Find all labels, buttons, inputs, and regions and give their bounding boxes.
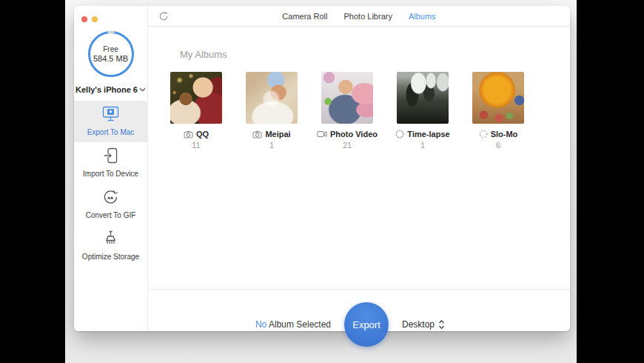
sidebar-item-label: Convert To GIF (74, 211, 147, 219)
album-meipai[interactable]: Meipai 1 (246, 72, 298, 150)
album-photo-video[interactable]: Photo Video 21 (321, 72, 373, 150)
sidebar-item-label: Export To Mac (74, 128, 147, 136)
album-count: 21 (321, 141, 373, 150)
album-name: Time-lapse (407, 130, 449, 139)
album-grid: QQ 11 Meipai (170, 72, 524, 150)
export-button[interactable]: Export (344, 302, 389, 347)
sidebar-item-export-to-mac[interactable]: Export To Mac (74, 101, 147, 142)
slomo-icon (479, 130, 488, 139)
album-name: Slo-Mo (491, 130, 518, 139)
device-import-icon (104, 147, 118, 164)
album-count: 1 (246, 141, 298, 150)
sidebar-item-optimize-storage[interactable]: Optimize Storage (74, 225, 147, 267)
main-panel: Camera Roll Photo Library Albums My Albu… (148, 6, 570, 331)
sidebar-item-label: Import To Device (74, 170, 147, 178)
minimize-window-button[interactable] (92, 16, 98, 22)
album-thumbnail (246, 72, 298, 124)
device-name-dropdown[interactable]: Kelly's iPhone 6 (74, 85, 147, 94)
storage-free-value: 584.5 MB (93, 54, 128, 63)
album-qq[interactable]: QQ 11 (170, 72, 222, 150)
destination-value: Desktop (402, 319, 435, 330)
updown-stepper-icon (438, 319, 445, 330)
tab-photo-library[interactable]: Photo Library (344, 12, 392, 21)
album-thumbnail (472, 72, 524, 124)
storage-free-label: Free (103, 45, 118, 53)
tab-camera-roll[interactable]: Camera Roll (282, 12, 327, 21)
selection-status: No Album Selected (255, 319, 331, 330)
monitor-download-icon (102, 106, 119, 122)
destination-select[interactable]: Desktop (402, 319, 445, 330)
timelapse-icon (395, 130, 404, 139)
broom-icon (103, 230, 118, 247)
album-name: QQ (196, 130, 209, 139)
album-name: Photo Video (330, 130, 378, 139)
tab-albums[interactable]: Albums (409, 12, 436, 21)
gif-convert-icon (103, 189, 118, 205)
album-count: 6 (472, 141, 524, 150)
album-count: 1 (397, 141, 449, 150)
selection-count: No (255, 319, 266, 330)
album-count: 11 (170, 141, 222, 150)
storage-gauge: Free 584.5 MB (88, 31, 134, 77)
sidebar: Free 584.5 MB Kelly's iPhone 6 Expor (74, 6, 148, 331)
toolbar: Camera Roll Photo Library Albums (148, 6, 570, 27)
section-title: My Albums (180, 49, 227, 60)
sidebar-item-convert-to-gif[interactable]: Convert To GIF (74, 184, 147, 225)
selection-label: Album Selected (266, 319, 331, 330)
view-tabs: Camera Roll Photo Library Albums (282, 12, 435, 21)
album-thumbnail (397, 72, 449, 124)
sidebar-item-import-to-device[interactable]: Import To Device (74, 142, 147, 184)
album-thumbnail (321, 72, 373, 124)
chevron-down-icon (139, 87, 146, 92)
albums-content: My Albums QQ 11 (148, 27, 570, 289)
app-window: Free 584.5 MB Kelly's iPhone 6 Expor (74, 6, 570, 331)
video-camera-icon (317, 130, 327, 138)
album-name: Meipai (265, 130, 290, 139)
refresh-icon[interactable] (158, 11, 169, 21)
sidebar-menu: Export To Mac Import To Device (74, 101, 147, 267)
device-name: Kelly's iPhone 6 (76, 85, 138, 94)
footer-bar: No Album Selected Export Desktop (148, 289, 570, 331)
sidebar-item-label: Optimize Storage (74, 253, 147, 261)
window-controls (81, 16, 98, 22)
album-thumbnail (170, 72, 222, 124)
album-time-lapse[interactable]: Time-lapse 1 (397, 72, 449, 150)
camera-icon (252, 130, 262, 139)
album-slo-mo[interactable]: Slo-Mo 6 (472, 72, 524, 150)
camera-icon (184, 130, 193, 139)
close-window-button[interactable] (81, 16, 87, 22)
